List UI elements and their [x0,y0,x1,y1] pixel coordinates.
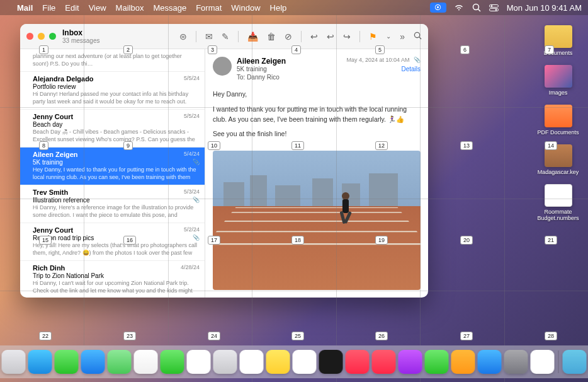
dock-app-news[interactable] [372,350,396,374]
dock-app-notes[interactable] [266,350,290,374]
mailbox-count: 33 messages [62,37,179,44]
message-item[interactable]: Alejandra Delgado5/5/24Portfolio reviewH… [20,72,205,110]
menu-format[interactable]: Format [196,3,222,13]
dock-app-photos[interactable] [134,350,158,374]
desktop-item[interactable]: PDF Documents [534,105,582,136]
desktop-item[interactable]: Roommate Budget.numbers [534,184,582,221]
msg-date: 5/2/24 [184,226,200,233]
forward-icon[interactable]: ↪ [343,32,351,42]
close-button[interactable] [26,33,33,40]
dock-app-settings[interactable] [504,350,528,374]
desktop-item[interactable]: Madagascar.key [534,144,582,175]
message-attachment-image[interactable] [213,151,421,290]
archive-icon[interactable]: 📥 [247,32,258,42]
search-icon[interactable] [414,32,422,42]
grid-marker: 23 [123,332,136,340]
msg-subject: 5K training [33,159,198,166]
msg-date: 4/28/24 [181,264,200,270]
dock-app-messages[interactable] [55,350,79,374]
menubar-datetime[interactable]: Mon Jun 10 9:41 AM [507,3,582,13]
runner-figure [337,192,354,230]
menubar[interactable]: Mail File Edit View Mailbox Message Form… [0,0,588,15]
message-item[interactable]: Jenny Court5/5/24Beach dayBeach Day 🏖 - … [20,110,205,148]
grid-marker: 22 [39,332,52,340]
mail-titlebar: Inbox 33 messages ⊜ ✉ ✎ 📥 🗑 ⊘ ↩ ↩ ↪ ⚑ ⌄ … [20,24,428,49]
dock-app-mail[interactable] [81,350,105,374]
msg-sender: Aileen Zeigen [33,151,198,158]
dock-app-numbers[interactable] [425,350,449,374]
dock-app-iphone[interactable] [531,350,555,374]
control-center-icon[interactable] [489,3,499,13]
svg-rect-2 [490,4,499,7]
dock-app-podcasts[interactable] [399,350,422,374]
zoom-button[interactable] [49,33,56,40]
dock-app-calendar[interactable] [187,350,211,374]
dock-app-reminders[interactable] [240,350,264,374]
dock-app-downloads[interactable] [563,350,587,374]
separator [359,31,360,42]
dock-app-tv[interactable] [319,350,343,374]
menu-file[interactable]: File [42,3,55,13]
desktop-item[interactable]: Documents [534,25,582,56]
window-controls[interactable] [26,33,56,40]
grid-marker: 24 [208,332,220,340]
dock-app-contacts[interactable] [213,350,237,374]
voice-control-icon[interactable]: ⦿ [430,3,446,13]
message-item[interactable]: Aileen Zeigen5/4/24📎5K trainingHey Danny… [20,148,205,185]
details-link[interactable]: Details [346,66,421,72]
trash-icon[interactable]: 🗑 [267,32,276,42]
svg-line-1 [478,9,480,12]
msg-preview: Hey, y'all! Here are my selects (that's … [33,242,198,256]
menu-edit[interactable]: Edit [65,3,79,13]
flag-icon[interactable]: ⚑ [369,32,377,42]
svg-point-0 [473,4,478,10]
dock-app-safari[interactable] [28,350,52,374]
message-item[interactable]: Jenny Court5/2/24📎Reunion road trip pics… [20,223,205,261]
app-name[interactable]: Mail [17,3,33,13]
svg-point-6 [414,32,419,37]
compose-icon[interactable]: ✎ [222,32,229,42]
mail-window: Inbox 33 messages ⊜ ✉ ✎ 📥 🗑 ⊘ ↩ ↩ ↪ ⚑ ⌄ … [20,24,428,298]
svg-line-7 [419,37,421,38]
menu-help[interactable]: Help [270,3,287,13]
dropdown-icon[interactable]: ⌄ [386,33,391,40]
msg-subject: Illustration reference [33,197,198,204]
msg-preview: Hi Danny, Here's a reference image for t… [33,204,198,218]
spotlight-icon[interactable] [472,3,482,13]
menu-window[interactable]: Window [231,3,260,13]
dock-app-appstore[interactable] [478,350,502,374]
dock-app-freeform[interactable] [293,350,317,374]
menu-message[interactable]: Message [153,3,186,13]
menu-view[interactable]: View [89,3,106,13]
msg-preview: Hi Danny! Herland passed me your contact… [33,91,198,105]
separator [301,31,302,42]
filter-icon[interactable]: ⊜ [179,32,187,42]
more-icon[interactable]: » [400,32,405,42]
attachment-icon: 📎 [414,57,421,63]
file-icon [545,105,572,127]
mail-toolbar: ⊜ ✉ ✎ 📥 🗑 ⊘ ↩ ↩ ↪ ⚑ ⌄ » [179,31,422,42]
message-item[interactable]: Trev Smith5/3/24📎Illustration referenceH… [20,185,205,223]
dock-app-facetime[interactable] [161,350,184,374]
message-item[interactable]: planning our next adventure (or at least… [20,49,205,72]
desktop-item[interactable]: Images [534,65,582,96]
menu-mailbox[interactable]: Mailbox [116,3,144,13]
dock-app-music[interactable] [346,350,370,374]
dock-app-maps[interactable] [108,350,132,374]
msg-sender: Trev Smith [33,188,198,196]
envelope-icon[interactable]: ✉ [205,32,213,42]
dock-app-launchpad[interactable] [2,350,26,374]
dock[interactable] [0,345,588,378]
message-item[interactable]: Rich Dinh4/28/24Trip to Zion National Pa… [20,261,205,298]
minimize-button[interactable] [38,33,45,40]
message-list[interactable]: planning our next adventure (or at least… [20,49,205,298]
reply-all-icon[interactable]: ↩ [327,32,334,42]
msg-subject: Portfolio review [33,83,198,90]
msg-preview: Beach Day 🏖 - Chill vibes - Beach games … [33,129,198,142]
reply-icon[interactable]: ↩ [310,32,318,42]
message-date: May 4, 2024 at 10:04 AM [346,57,409,63]
junk-icon[interactable]: ⊘ [285,32,292,42]
file-icon [545,25,572,48]
dock-app-pages[interactable] [451,350,475,374]
wifi-icon[interactable] [454,3,464,13]
